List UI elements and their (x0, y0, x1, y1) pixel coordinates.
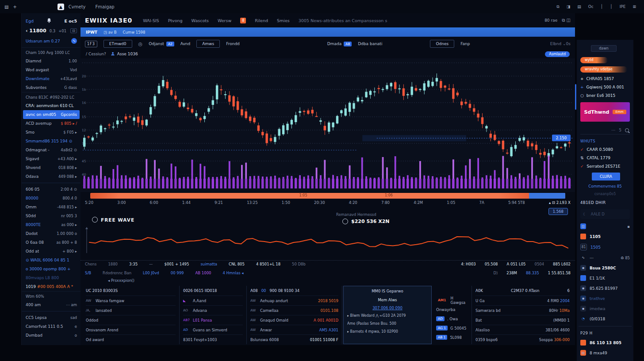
toolbar-item[interactable]: Elbnd ⌄0s (550, 42, 571, 46)
legend-row[interactable]: ▤8 mxa49 (580, 350, 630, 356)
table-row[interactable]: 8301 Fevpt+1003 (183, 334, 243, 344)
watchlist-row[interactable]: Sigavd+43 A00 ▸ (22, 154, 81, 163)
table-row[interactable]: /A,lansated (86, 305, 176, 315)
indicator-line-chart[interactable] (83, 227, 572, 256)
watchlist-row[interactable]: 400 am⋯ am (22, 300, 81, 309)
table-row[interactable]: ◣A.Aand (183, 296, 243, 305)
checklist-item[interactable]: ✓CAAR 0.5080 (580, 147, 630, 152)
nav-item[interactable]: Wersw (218, 18, 231, 23)
checklist-item[interactable]: ⇅CATAL 1779 (580, 156, 630, 160)
panel-icon[interactable]: ◨ (567, 4, 571, 9)
table-row[interactable]: AWWansa famgaw (86, 296, 176, 305)
table-row[interactable]: AOAdvana (183, 305, 243, 315)
toolbar-item[interactable]: OdjanstA2 (149, 42, 174, 46)
toolbar-item[interactable]: Frondd (226, 42, 240, 46)
promo-banner[interactable]: SdThwndEmm (580, 102, 630, 122)
target-icon[interactable]: ◎ (138, 41, 143, 47)
time-axis-label[interactable]: 5:20 (85, 200, 93, 205)
time-axis-label[interactable]: 9:21 (215, 200, 223, 205)
nav-item[interactable]: 3005 News-attributes an Compansesson s (299, 18, 387, 23)
add-icon[interactable]: + (13, 4, 16, 9)
watchlist-row[interactable]: o 30000 opomp 800 + (22, 265, 81, 273)
watchlist-row[interactable]: 8000TEas 000 ▸ (22, 220, 81, 229)
share-icon[interactable]: ⧉ (556, 4, 559, 9)
expand-icon[interactable]: ⊡ (70, 28, 77, 33)
right-list-item[interactable]: +CHRA05 1857 (580, 77, 630, 81)
time-axis-label[interactable]: 3:00 (117, 200, 126, 205)
panel-row[interactable]: Ame (Paslas Smse Bsu. 500 (347, 320, 428, 328)
legend-asset[interactable]: Asse 1036 (111, 51, 138, 57)
table-row[interactable]: Od award (86, 334, 176, 344)
grid-icon[interactable]: ⊞ (632, 4, 636, 9)
time-axis-label[interactable]: 1:05 (447, 200, 455, 205)
watchlist-row[interactable]: 80000800.4 0 (22, 194, 81, 203)
time-axis-label[interactable]: 1:50 (282, 200, 290, 205)
time-axis-label[interactable]: 1:44 (182, 200, 191, 205)
watchlist-row[interactable]: avnc on smd05Gpconlis (23, 110, 80, 119)
time-axis-label[interactable]: 4:2M (414, 200, 423, 205)
toolbar-button[interactable]: ETmwd0 (104, 40, 132, 48)
watchlist-row[interactable]: O 6aa 08as 800 + 8 (22, 238, 81, 247)
topbar-menu-item[interactable]: Fmaigap (95, 4, 114, 9)
watchlist-row[interactable]: ⊙ WA0L 6006 04 85 1 (22, 256, 81, 265)
legend-row[interactable]: 1105 (580, 234, 630, 239)
watchlist-row[interactable]: Dvmbado (22, 331, 81, 340)
table-row[interactable]: AWGnaqud OmaldA 001 A001D (250, 315, 338, 325)
nav-item[interactable]: Wascots (192, 18, 209, 23)
legend-row[interactable]: 811505 (580, 244, 630, 250)
table-row[interactable]: Bslunswa 600801001 51008 F (250, 334, 338, 344)
panel-link[interactable]: 307 006 00 090 (347, 304, 428, 312)
chart-scrollbar[interactable]: 1:051:06 (90, 193, 565, 199)
download-icon[interactable]: ◫ (567, 18, 571, 23)
watchlist-row[interactable]: Camorfvat 111 0.5e (22, 322, 81, 331)
watchlist-row[interactable]: 80mvaps L8 800 (22, 273, 81, 282)
watchlist-row[interactable]: 606 052:00 4 ⊙ (22, 185, 81, 194)
account-row[interactable]: Udsarun am 0.27 ∿ (22, 35, 81, 46)
chip-row[interactable]: AD. Owa (436, 314, 468, 323)
primary-button[interactable]: CLURA (592, 173, 620, 180)
table-row[interactable]: AWAnwarAM5 A301 (250, 325, 338, 334)
table-row[interactable]: AB7L01 Pansa (183, 315, 243, 325)
theme-row[interactable]: ☾AALE D (580, 209, 630, 219)
nav-item[interactable]: WAI-SIS (143, 18, 159, 23)
time-axis-label[interactable]: 7A (479, 200, 484, 205)
toolbar-item[interactable]: DmadaA8 (327, 42, 352, 46)
watchlist-row[interactable]: Diamnd1.00 (22, 57, 81, 65)
table-row[interactable]: AWCamwllaa0101.108 (250, 305, 338, 315)
watchlist-row[interactable]: Omm-448 815 ▸ (22, 203, 81, 211)
candlestick-svg[interactable]: 201b1615121b45402.150 (80, 58, 575, 192)
watchlist-row[interactable]: Shvend018 808 ▸ (22, 163, 81, 172)
checklist-item[interactable]: ✓Serrated 2ES71E (580, 164, 630, 169)
right-small-button[interactable]: dawn (591, 45, 617, 52)
watchlist-row[interactable]: Smmamd86 315 194 ⊙ (22, 137, 81, 146)
watchlist-row[interactable]: Odd at+ 800 ▸ (22, 247, 81, 256)
alert-pill[interactable]: wytd (580, 57, 608, 63)
chip-row[interactable]: Onwayrba (436, 305, 468, 314)
window-icon[interactable]: ▤ (4, 4, 8, 9)
nav-item[interactable]: Smies (277, 18, 290, 23)
toolbar-item[interactable]: Fanp (460, 42, 470, 46)
time-axis-label[interactable]: 5:94 5T8 (508, 200, 525, 205)
table-row[interactable]: AWAehuap andurt2018 5019 (250, 296, 338, 305)
table-row[interactable]: Onsvanom Arend (86, 325, 176, 334)
save-icon[interactable]: ▤ (577, 4, 581, 9)
watchlist-row[interactable]: Smo$ F05 ▸ (22, 128, 81, 137)
bell-icon[interactable] (46, 18, 52, 24)
watchlist-row[interactable]: Downlimate+43Lavd (22, 74, 81, 83)
legend-row[interactable]: ◔(0/0318 (580, 316, 630, 322)
notification-badge[interactable]: 8 (240, 18, 246, 23)
panel-row[interactable]: ▸ Blwm Wedard ⋀ ⇐G10 2A 2079 (347, 312, 428, 320)
scroll-indicator[interactable] (575, 84, 576, 110)
legend-row[interactable]: ▪tnxthve (580, 296, 630, 301)
watchlist-row[interactable]: SubvontesG dass (22, 83, 81, 92)
text-link[interactable]: Commenvrnes 85 (580, 184, 630, 188)
watchlist-row[interactable]: Wod avgastVod (22, 65, 81, 74)
ipe-icon[interactable]: IPE (620, 4, 626, 9)
table-row[interactable]: ADGvans an Simverd (183, 325, 243, 334)
legend-pill-button[interactable]: Asmlautd (545, 51, 570, 57)
watchlist-row[interactable]: CC5 Lepsasad (22, 313, 81, 322)
time-axis-label[interactable]: 20:30 (314, 200, 325, 205)
watchlist-row[interactable]: 1019 #00 005 400A A * (22, 282, 81, 291)
ok-icon[interactable]: Oc (588, 4, 594, 9)
time-axis-label[interactable]: ▴ ⊟ 2.L93 X (549, 200, 571, 205)
